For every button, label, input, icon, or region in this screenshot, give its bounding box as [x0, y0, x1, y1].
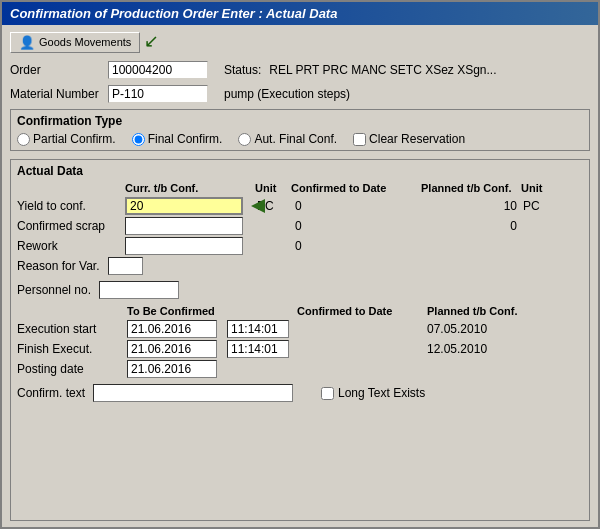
material-desc: pump (Execution steps)	[224, 87, 350, 101]
final-confirm-label: Final Confirm.	[148, 132, 223, 146]
status-label: Status:	[224, 63, 261, 77]
dates-col-planned: Planned t/b Conf.	[427, 305, 557, 317]
personnel-label: Personnel no.	[17, 283, 91, 297]
material-label: Material Number	[10, 87, 100, 101]
posting-date-input[interactable]	[127, 360, 217, 378]
final-confirm-item: Final Confirm.	[132, 132, 223, 146]
partial-confirm-radio[interactable]	[17, 133, 30, 146]
clear-reservation-label: Clear Reservation	[369, 132, 465, 146]
yield-arrow-icon	[251, 199, 265, 213]
confirmation-type-section: Confirmation Type Partial Confirm. Final…	[10, 109, 590, 151]
order-row: Order Status: REL PRT PRC MANC SETC XSez…	[10, 61, 590, 79]
clear-reservation-item: Clear Reservation	[353, 132, 465, 146]
confirm-text-row: Confirm. text Long Text Exists	[17, 384, 583, 402]
material-row: Material Number pump (Execution steps)	[10, 85, 590, 103]
confirm-text-label: Confirm. text	[17, 386, 85, 400]
finish-exec-date[interactable]	[127, 340, 217, 358]
col-header-unit: Unit	[255, 182, 291, 194]
col-header-planned: Planned t/b Conf.	[421, 182, 521, 194]
exec-start-date[interactable]	[127, 320, 217, 338]
aut-final-label: Aut. Final Conf.	[254, 132, 337, 146]
long-text-checkbox[interactable]	[321, 387, 334, 400]
exec-start-time[interactable]	[227, 320, 289, 338]
personnel-input[interactable]	[99, 281, 179, 299]
yield-confirmed-date: 0	[291, 199, 421, 213]
goods-movements-button[interactable]: 👤 Goods Movements	[10, 32, 140, 53]
col-header-unit2: Unit	[521, 182, 557, 194]
yield-label: Yield to conf.	[17, 199, 125, 213]
dates-col-empty	[17, 305, 127, 317]
yield-planned-unit: PC	[521, 199, 557, 213]
long-text-label: Long Text Exists	[338, 386, 425, 400]
dates-col-confirmed-date: Confirmed to Date	[297, 305, 427, 317]
reason-label: Reason for Var.	[17, 259, 100, 273]
scrap-label: Confirmed scrap	[17, 219, 125, 233]
clear-reservation-checkbox[interactable]	[353, 133, 366, 146]
col-header-empty	[17, 182, 125, 194]
finish-exec-time[interactable]	[227, 340, 289, 358]
confirm-text-input[interactable]	[93, 384, 293, 402]
actual-data-title: Actual Data	[17, 164, 583, 178]
rework-confirmed-date: 0	[291, 239, 421, 253]
long-text-item: Long Text Exists	[321, 386, 425, 400]
scrap-planned: 0	[421, 219, 521, 233]
dates-section: To Be Confirmed Confirmed to Date Planne…	[17, 305, 583, 378]
cursor-arrow-icon: ↗	[144, 31, 159, 53]
final-confirm-radio[interactable]	[132, 133, 145, 146]
material-input[interactable]	[108, 85, 208, 103]
goods-movements-label: Goods Movements	[39, 36, 131, 48]
exec-start-planned: 07.05.2010	[427, 322, 557, 336]
col-header-curr: Curr. t/b Conf.	[125, 182, 255, 194]
confirmation-type-title: Confirmation Type	[17, 114, 583, 128]
scrap-curr-input[interactable]	[125, 217, 243, 235]
window-title: Confirmation of Production Order Enter :…	[10, 6, 337, 21]
person-icon: 👤	[19, 35, 35, 50]
yield-curr-input[interactable]	[125, 197, 243, 215]
scrap-confirmed-date: 0	[291, 219, 421, 233]
posting-date-label: Posting date	[17, 362, 127, 376]
rework-curr-input[interactable]	[125, 237, 243, 255]
personnel-row: Personnel no.	[17, 281, 583, 299]
aut-final-radio[interactable]	[238, 133, 251, 146]
partial-confirm-item: Partial Confirm.	[17, 132, 116, 146]
reason-input[interactable]	[108, 257, 143, 275]
finish-exec-planned: 12.05.2010	[427, 342, 557, 356]
dates-col-to-confirm: To Be Confirmed	[127, 305, 297, 317]
order-input[interactable]	[108, 61, 208, 79]
finish-exec-label: Finish Execut.	[17, 342, 127, 356]
actual-data-section: Actual Data Curr. t/b Conf. Unit Confirm…	[10, 159, 590, 521]
exec-start-label: Execution start	[17, 322, 127, 336]
partial-confirm-label: Partial Confirm.	[33, 132, 116, 146]
aut-final-item: Aut. Final Conf.	[238, 132, 337, 146]
toolbar: 👤 Goods Movements ↗	[10, 31, 590, 53]
yield-planned: 10	[421, 199, 521, 213]
order-label: Order	[10, 63, 100, 77]
reason-row: Reason for Var.	[17, 257, 583, 275]
status-value: REL PRT PRC MANC SETC XSez XSgn...	[269, 63, 496, 77]
title-bar: Confirmation of Production Order Enter :…	[2, 2, 598, 25]
col-header-confirmed-date: Confirmed to Date	[291, 182, 421, 194]
rework-label: Rework	[17, 239, 125, 253]
radio-group: Partial Confirm. Final Confirm. Aut. Fin…	[17, 132, 583, 146]
